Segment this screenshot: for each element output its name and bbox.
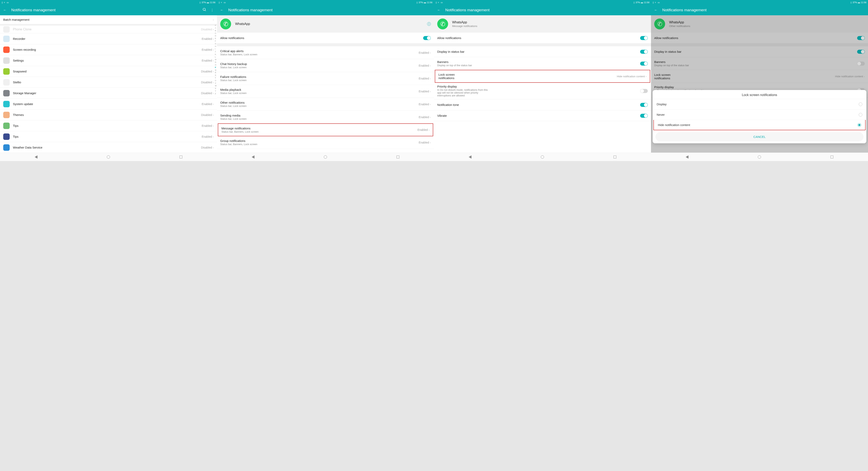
category-row[interactable]: Group notifications Status bar, Banners,… xyxy=(217,136,434,149)
category-row[interactable]: Sending media Status bar, Lock screen En… xyxy=(217,111,434,124)
vibrate-toggle[interactable] xyxy=(640,114,648,118)
clipped-app-row[interactable]: Phone Clone Disabled › xyxy=(0,25,217,33)
priority-display-row[interactable]: Priority display In Do not disturb mode,… xyxy=(434,82,651,99)
cancel-button[interactable]: CANCEL xyxy=(655,132,864,141)
prio-toggle[interactable] xyxy=(640,89,648,93)
alpha-letter[interactable]: N xyxy=(215,61,217,64)
dialog-option-display[interactable]: Display xyxy=(653,99,866,109)
alphabet-index[interactable]: #ABCDEFGHIJKLMNOPQRSTUVWXYZ xyxy=(215,24,217,95)
app-row[interactable]: Stellio Disabled › xyxy=(0,77,217,88)
alpha-letter[interactable]: O xyxy=(215,64,217,66)
dialog-option-never[interactable]: Never xyxy=(653,109,866,120)
app-row[interactable]: Weather Data Service Disabled › xyxy=(0,142,217,153)
alpha-letter[interactable]: Q xyxy=(215,69,217,71)
alpha-letter[interactable]: U xyxy=(215,79,217,82)
lock-screen-row[interactable]: Lock screen notifications Hide notificat… xyxy=(435,70,650,83)
whatsapp-icon: ✆ xyxy=(437,19,448,29)
app-row[interactable]: Screen recording Enabled › xyxy=(0,44,217,55)
alpha-letter[interactable]: L xyxy=(215,56,217,58)
nav-back-icon[interactable] xyxy=(469,156,471,159)
app-row[interactable]: Tips Enabled › xyxy=(0,131,217,142)
nav-recent-icon[interactable] xyxy=(831,156,833,159)
nav-back-icon[interactable] xyxy=(35,156,37,159)
nav-back-icon[interactable] xyxy=(686,156,688,159)
alpha-letter[interactable]: Y xyxy=(215,90,217,92)
alpha-letter[interactable]: P xyxy=(215,66,217,69)
alpha-letter[interactable]: # xyxy=(215,24,217,27)
nav-recent-icon[interactable] xyxy=(397,156,399,159)
category-message-notifications[interactable]: Message notifications Status bar, Banner… xyxy=(218,123,433,136)
back-icon[interactable]: ← xyxy=(437,8,440,12)
app-row[interactable]: Settings Enabled › xyxy=(0,55,217,66)
alpha-letter[interactable]: D xyxy=(215,35,217,37)
category-row[interactable]: Failure notifications Status bar, Lock s… xyxy=(217,72,434,85)
allow-toggle[interactable] xyxy=(640,36,648,40)
more-icon[interactable]: ⋮ xyxy=(211,8,214,12)
alpha-letter[interactable]: M xyxy=(215,58,217,61)
back-icon[interactable]: ← xyxy=(220,8,223,12)
tone-label: Notification tone xyxy=(437,103,640,106)
search-icon[interactable] xyxy=(203,8,207,12)
alpha-letter[interactable]: S xyxy=(215,74,217,77)
cat-status: Enabled xyxy=(419,115,429,119)
voicemail-icon: ▭ xyxy=(7,1,9,4)
app-row[interactable]: System update Enabled › xyxy=(0,99,217,109)
alpha-letter[interactable]: W xyxy=(215,85,217,87)
category-row[interactable]: Critical app alerts Status bar, Banners,… xyxy=(217,46,434,59)
batch-management-row[interactable]: Batch management › xyxy=(0,15,217,24)
alpha-letter[interactable]: I xyxy=(215,48,217,50)
nav-home-icon[interactable] xyxy=(541,156,544,159)
cat-status: Enabled xyxy=(419,64,429,67)
section-gap xyxy=(434,43,651,46)
back-icon[interactable]: ← xyxy=(3,8,6,12)
category-row[interactable]: Other notifications Status bar, Lock scr… xyxy=(217,98,434,111)
nav-home-icon[interactable] xyxy=(107,156,110,159)
nav-home-icon[interactable] xyxy=(758,156,761,159)
alpha-letter[interactable]: E xyxy=(215,37,217,40)
status-bar: ▯ᯤ▭ ▯37%▬11:56 xyxy=(0,0,217,5)
cat-title: Other notifications xyxy=(220,101,419,104)
category-row[interactable]: Chat history backup Status bar, Lock scr… xyxy=(217,59,434,72)
app-row[interactable]: Snapseed Disabled › xyxy=(0,66,217,77)
banners-row[interactable]: Banners Display on top of the status bar xyxy=(434,57,651,70)
alpha-letter[interactable]: A xyxy=(215,27,217,29)
nfc-icon: ▯ xyxy=(850,1,852,4)
app-row[interactable]: Tips Enabled › xyxy=(0,121,217,131)
alpha-letter[interactable]: T xyxy=(215,77,217,79)
alpha-letter[interactable]: J xyxy=(215,50,217,53)
nav-back-icon[interactable] xyxy=(252,156,254,159)
category-row[interactable]: Media playback Status bar, Lock screen E… xyxy=(217,85,434,98)
category-row[interactable]: Silent notifications Status bar, Lock sc… xyxy=(217,149,434,153)
display-status-bar-row[interactable]: Display in status bar xyxy=(434,46,651,57)
alpha-letter[interactable]: X xyxy=(215,87,217,90)
app-row[interactable]: Storage Manager Disabled › xyxy=(0,88,217,99)
nav-home-icon[interactable] xyxy=(324,156,327,159)
alpha-letter[interactable]: G xyxy=(215,42,217,45)
tone-toggle[interactable] xyxy=(640,103,648,107)
alpha-letter[interactable]: F xyxy=(215,40,217,42)
alpha-letter[interactable]: C xyxy=(215,32,217,35)
allow-toggle[interactable] xyxy=(423,36,431,40)
app-row[interactable]: Recorder Enabled › xyxy=(0,33,217,44)
notification-tone-row[interactable]: Notification tone xyxy=(434,99,651,110)
alpha-letter[interactable]: K xyxy=(215,53,217,56)
nav-recent-icon[interactable] xyxy=(180,156,182,159)
app-row[interactable]: Themes Disabled › xyxy=(0,109,217,121)
info-icon[interactable]: i xyxy=(427,22,431,26)
alpha-letter[interactable]: H xyxy=(215,45,217,48)
alpha-letter[interactable]: Z xyxy=(215,92,217,95)
nav-recent-icon[interactable] xyxy=(614,156,616,159)
alpha-letter[interactable]: B xyxy=(215,29,217,32)
banners-toggle[interactable] xyxy=(640,62,648,66)
dialog-option-hide[interactable]: Hide notification content xyxy=(653,120,866,130)
vibrate-row[interactable]: Vibrate xyxy=(434,110,651,121)
display-toggle[interactable] xyxy=(640,50,648,54)
alpha-letter[interactable]: V xyxy=(215,82,217,85)
app-icon xyxy=(3,79,10,86)
allow-notifications-row[interactable]: Allow notifications xyxy=(434,33,651,43)
back-icon[interactable]: ← xyxy=(654,8,657,12)
alpha-letter[interactable]: R xyxy=(215,71,217,74)
allow-notifications-row[interactable]: Allow notifications xyxy=(217,33,434,43)
chevron-right-icon: › xyxy=(213,135,214,138)
chevron-right-icon: › xyxy=(213,102,214,106)
